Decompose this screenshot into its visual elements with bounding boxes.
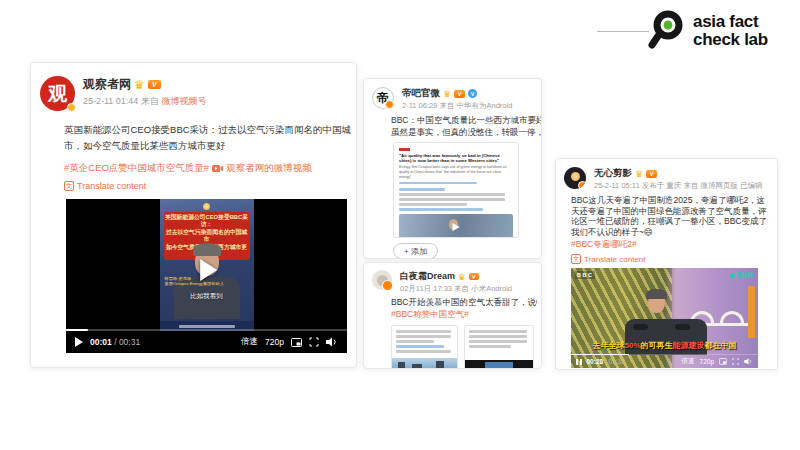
hashtag-link[interactable]: #BBC称赞中国空气# bbox=[391, 309, 541, 321]
vip-badge: V bbox=[148, 80, 161, 89]
weibo-post-baiye: 白夜霜Dream ♛ V 02月11日 17:33 来自 小米Android B… bbox=[363, 262, 542, 369]
bridge-arch bbox=[720, 311, 744, 323]
source-link[interactable]: 小米Android bbox=[471, 284, 512, 293]
video-page-link[interactable]: 观察者网的微博视频 bbox=[226, 162, 312, 175]
username[interactable]: 白夜霜Dream bbox=[400, 270, 455, 283]
vip-badge: V bbox=[646, 170, 657, 178]
embedded-screenshot[interactable]: "Air quality that was famously so bad in… bbox=[393, 142, 519, 238]
logo-text-line1: asia fact bbox=[693, 13, 768, 32]
avatar-verified-dot bbox=[385, 100, 394, 109]
text-line bbox=[399, 193, 505, 196]
add-button[interactable]: + 添加 bbox=[393, 243, 438, 259]
video-thumbnail[interactable] bbox=[399, 214, 513, 238]
edited-label: 已编辑 bbox=[740, 181, 763, 190]
link-line bbox=[399, 182, 477, 185]
post-text-line2: 虽然是事实，但真的没憋住，转眼一停，感情变零 bbox=[391, 127, 541, 139]
play-overlay bbox=[453, 223, 460, 231]
hashtag-link[interactable]: #BBC夸遍哪吒2# bbox=[571, 239, 777, 251]
post-text: BBC：中国空气质量比一些西方城市要好。 虽然是事实，但真的没憋住，转眼一停，感… bbox=[391, 115, 541, 138]
fact-check-collage: asia fact check lab 观 观察者网 ♛ V 25-2-11 0… bbox=[0, 0, 800, 450]
source-link[interactable]: 微博视频号 bbox=[161, 96, 206, 106]
pause-button[interactable] bbox=[576, 359, 582, 365]
fullscreen-icon[interactable] bbox=[309, 337, 319, 347]
crown-icon: ♛ bbox=[635, 169, 643, 179]
avatar-verified-dot bbox=[67, 103, 76, 112]
crown-icon: ♛ bbox=[443, 89, 451, 99]
time-current: 00:01 bbox=[90, 337, 112, 347]
video-controls: 00:01 / 00:31 倍速 720p bbox=[66, 331, 347, 353]
post-text: BBC开始羡慕中国的空气太香甜了，说中国城市的空气质量比西方城市好 bbox=[391, 297, 537, 308]
quality-button[interactable]: 720p bbox=[700, 358, 714, 365]
text-line bbox=[399, 203, 467, 206]
source-link[interactable]: 微博网页版 bbox=[700, 181, 738, 190]
avatar-verified-dot bbox=[382, 280, 393, 291]
vip-badge: V bbox=[454, 90, 465, 98]
avatar[interactable] bbox=[564, 167, 586, 189]
post-text: BBC这几天夸遍了中国制造2025，夸遍了哪吒2，这天还夸遍了中国的中国绿色能源… bbox=[571, 195, 767, 237]
quote-rule bbox=[399, 148, 410, 151]
city-photo bbox=[392, 358, 457, 369]
username[interactable]: 无心剪影 bbox=[594, 167, 632, 180]
quality-button[interactable]: 720p bbox=[265, 337, 284, 347]
play-button[interactable] bbox=[75, 337, 83, 347]
magnifier-logo-icon bbox=[646, 9, 686, 53]
link-line bbox=[399, 208, 483, 211]
pip-icon[interactable] bbox=[719, 358, 727, 365]
hashtag-link[interactable]: #英企CEO点赞中国城市空气质量# bbox=[64, 162, 209, 175]
translate-icon: 文 bbox=[64, 181, 74, 191]
source-link[interactable]: 中华有为Android bbox=[457, 101, 513, 110]
dateline bbox=[399, 188, 445, 191]
from-label: 来自 bbox=[141, 96, 159, 106]
avatar-glyph: 观 bbox=[48, 81, 67, 107]
translate-link[interactable]: 文 Translate content bbox=[64, 181, 356, 191]
post-header: 观 观察者网 ♛ V 25-2-11 01:44 来自 微博视频号 bbox=[40, 76, 356, 111]
danmaku-badge bbox=[675, 324, 690, 330]
pip-icon[interactable] bbox=[291, 338, 302, 347]
username[interactable]: 观察者网 bbox=[83, 76, 131, 93]
video-strip bbox=[465, 360, 533, 369]
avatar[interactable]: 帝 bbox=[372, 87, 394, 109]
quote-headline: "Air quality that was famously so bad in… bbox=[399, 153, 513, 164]
vip-badge: V bbox=[469, 273, 479, 281]
avatar[interactable]: 观 bbox=[40, 76, 75, 111]
post-header: 无心剪影 ♛ V 25-2-11 05:11 发布于 重庆 来自 微博网页版 已… bbox=[564, 167, 777, 191]
avatar-verified-dot bbox=[578, 181, 586, 189]
crown-icon: ♛ bbox=[134, 78, 145, 92]
speed-button[interactable]: 倍速 bbox=[241, 336, 258, 348]
watermark-icon bbox=[730, 273, 735, 278]
play-overlay[interactable] bbox=[200, 259, 217, 281]
translate-label: Translate content bbox=[584, 255, 646, 264]
translate-icon: 文 bbox=[571, 254, 581, 264]
avatar[interactable] bbox=[372, 270, 392, 290]
quote-body: Energy firm Octopus boss says use of gre… bbox=[399, 165, 513, 179]
video-player[interactable]: 英国新能源公司CEO接受BBC采访： 过去以空气污染而闻名的中国城市 如今空气质… bbox=[66, 199, 347, 353]
screenshot-thumb-left[interactable] bbox=[391, 325, 458, 369]
volume-icon[interactable] bbox=[326, 337, 338, 347]
video-player[interactable]: BBC 直新闻 去年全球50%的可再生能源建设都在中国 00:28 / 01:3… bbox=[571, 268, 758, 368]
timestamp: 02月11日 17:33 bbox=[400, 284, 452, 293]
speed-button[interactable]: 倍速 bbox=[682, 357, 695, 366]
time-display: 00:01 / 00:31 bbox=[90, 337, 140, 347]
speaker-face bbox=[648, 292, 665, 313]
broadcaster-watermark: 直新闻 bbox=[730, 271, 755, 280]
time-total: 00:31 bbox=[119, 337, 140, 347]
screenshot-thumb-right[interactable] bbox=[464, 325, 534, 369]
weibo-post-wuxin: 无心剪影 ♛ V 25-2-11 05:11 发布于 重庆 来自 微博网页版 已… bbox=[555, 158, 778, 370]
banner-line2: 过去以空气污染而闻名的中国城市 bbox=[165, 229, 249, 244]
volume-icon[interactable] bbox=[744, 358, 753, 365]
afcl-logo: asia fact check lab bbox=[646, 9, 768, 53]
from-label: 来自 bbox=[683, 181, 698, 190]
translate-link[interactable]: 文 Translate content bbox=[571, 254, 777, 264]
timestamp: 2-11 06:29 bbox=[402, 101, 437, 110]
time-current: 00:28 bbox=[587, 358, 604, 365]
fullscreen-icon[interactable] bbox=[732, 358, 739, 365]
time-display: 00:28 / 01:32 bbox=[587, 358, 625, 365]
lightbulb-avatar-image bbox=[571, 172, 580, 181]
logo-text: asia fact check lab bbox=[693, 13, 768, 50]
from-label: 来自 bbox=[439, 101, 454, 110]
weibo-post-guancha: 观 观察者网 ♛ V 25-2-11 01:44 来自 微博视频号 英国新能源公… bbox=[30, 62, 357, 368]
banner-line1: 英国新能源公司CEO接受BBC采访： bbox=[165, 214, 249, 229]
username[interactable]: 帝吧官微 bbox=[402, 87, 440, 100]
post-body: 英国新能源公司CEO接受BBC采访：过去以空气污染而闻名的中国城市，如今空气质量… bbox=[64, 122, 356, 353]
logo-rule bbox=[597, 31, 649, 32]
